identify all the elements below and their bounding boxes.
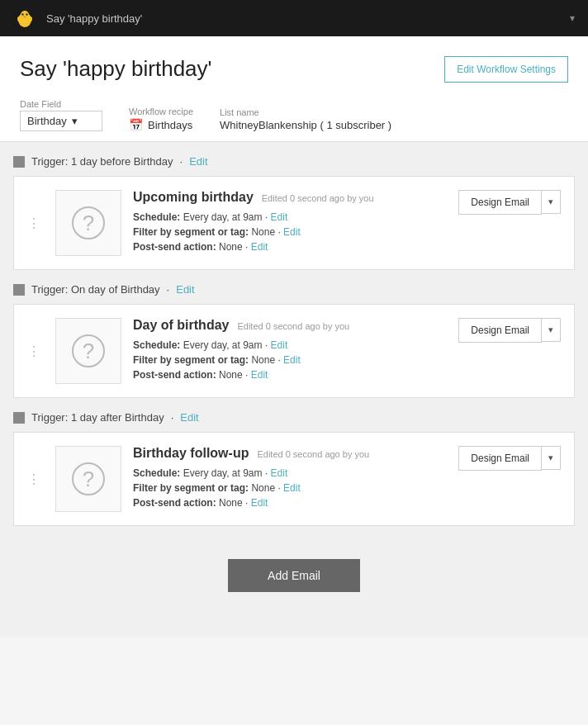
edit-workflow-settings-button[interactable]: Edit Workflow Settings	[444, 56, 568, 83]
filter-line-2-0: Filter by segment or tag: None · Edit	[133, 482, 447, 494]
trigger-text-2: Trigger: 1 day after Birthday	[31, 411, 164, 424]
workflow-body: Trigger: 1 day before Birthday · Edit ⋮ …	[0, 142, 588, 637]
schedule-label-0-0: Schedule:	[133, 211, 180, 223]
mailchimp-logo-icon	[13, 7, 36, 30]
workflow-recipe-name: Birthdays	[148, 119, 192, 131]
date-field-dropdown[interactable]: Birthday ▾	[20, 111, 102, 131]
top-bar-left: Say 'happy birthday'	[13, 7, 142, 30]
dropdown-chevron-icon: ▾	[72, 115, 78, 127]
list-name-value: WhitneyBlankenship ( 1 subscriber )	[220, 119, 391, 131]
email-title-0-0: Upcoming birthday	[133, 190, 254, 205]
svg-point-6	[29, 17, 32, 21]
email-details-2-0: Birthday follow-up Edited 0 second ago b…	[133, 446, 447, 512]
svg-point-2	[21, 13, 23, 15]
top-bar-title: Say 'happy birthday'	[46, 12, 142, 25]
schedule-line-0-0: Schedule: Every day, at 9am · Edit	[133, 211, 447, 223]
design-email-button-2-0[interactable]: Design Email	[458, 446, 542, 471]
design-email-dropdown-button-2-0[interactable]: ▾	[542, 446, 561, 470]
postsend-line-0-0: Post-send action: None · Edit	[133, 241, 447, 253]
schedule-line-1-0: Schedule: Every day, at 9am · Edit	[133, 339, 447, 351]
list-name-label: List name	[220, 107, 391, 117]
top-bar-dropdown-icon[interactable]: ▾	[570, 12, 575, 24]
postsend-line-1-0: Post-send action: None · Edit	[133, 369, 447, 381]
email-thumbnail-0-0: ?	[55, 190, 121, 256]
schedule-line-2-0: Schedule: Every day, at 9am · Edit	[133, 467, 447, 479]
schedule-dot-1-0: ·	[265, 339, 271, 351]
email-actions-1-0: Design Email ▾	[458, 318, 561, 384]
trigger-text-0: Trigger: 1 day before Birthday	[31, 155, 173, 168]
trigger-section-1: Trigger: On day of Birthday · Edit ⋮ ? D…	[13, 283, 575, 398]
email-edited-1-0: Edited 0 second ago by you	[237, 321, 349, 331]
page-header: Say 'happy birthday' Edit Workflow Setti…	[20, 56, 568, 83]
filter-label-2-0: Filter by segment or tag:	[133, 482, 249, 494]
schedule-edit-link-2-0[interactable]: Edit	[271, 467, 288, 479]
workflow-recipe-value: 📅 Birthdays	[129, 118, 193, 131]
email-edited-0-0: Edited 0 second ago by you	[262, 193, 374, 203]
trigger-section-0: Trigger: 1 day before Birthday · Edit ⋮ …	[13, 155, 575, 270]
email-actions-0-0: Design Email ▾	[458, 190, 561, 256]
email-thumbnail-1-0: ?	[55, 318, 121, 384]
schedule-edit-link-1-0[interactable]: Edit	[271, 339, 288, 351]
email-title-row-2-0: Birthday follow-up Edited 0 second ago b…	[133, 446, 447, 461]
postsend-edit-link-1-0[interactable]: Edit	[251, 369, 268, 381]
postsend-edit-link-0-0[interactable]: Edit	[251, 241, 268, 253]
design-email-button-0-0[interactable]: Design Email	[458, 190, 542, 215]
postsend-value-0-0: None	[219, 241, 243, 253]
email-title-2-0: Birthday follow-up	[133, 446, 249, 461]
postsend-dot-2-0: ·	[245, 497, 251, 509]
design-email-dropdown-button-0-0[interactable]: ▾	[542, 190, 561, 214]
schedule-edit-link-0-0[interactable]: Edit	[271, 211, 288, 223]
postsend-value-1-0: None	[219, 369, 243, 381]
email-card-2-0: ⋮ ? Birthday follow-up Edited 0 second a…	[13, 432, 575, 526]
trigger-label-0: Trigger: 1 day before Birthday · Edit	[13, 155, 575, 168]
trigger-indicator-2	[13, 412, 25, 424]
filter-edit-link-0-0[interactable]: Edit	[283, 226, 301, 238]
drag-handle-0-0[interactable]: ⋮	[27, 190, 44, 256]
date-field-selector: Date Field Birthday ▾	[20, 99, 102, 131]
filter-line-0-0: Filter by segment or tag: None · Edit	[133, 226, 447, 238]
filter-value-0-0: None	[251, 226, 275, 238]
trigger-indicator-1	[13, 284, 25, 296]
email-title-row-1-0: Day of birthday Edited 0 second ago by y…	[133, 318, 447, 333]
postsend-dot-0-0: ·	[245, 241, 251, 253]
filter-value-1-0: None	[251, 354, 275, 366]
email-actions-2-0: Design Email ▾	[458, 446, 561, 512]
filter-value-2-0: None	[251, 482, 275, 494]
schedule-value-0-0: Every day, at 9am	[183, 211, 263, 223]
schedule-dot-0-0: ·	[265, 211, 271, 223]
add-email-button[interactable]: Add Email	[228, 559, 360, 592]
postsend-label-2-0: Post-send action:	[133, 497, 216, 509]
postsend-label-0-0: Post-send action:	[133, 241, 216, 253]
trigger-edit-link-1[interactable]: Edit	[176, 283, 194, 296]
trigger-edit-link-2[interactable]: Edit	[180, 411, 198, 424]
trigger-label-1: Trigger: On day of Birthday · Edit	[13, 283, 575, 296]
email-details-1-0: Day of birthday Edited 0 second ago by y…	[133, 318, 447, 384]
schedule-value-2-0: Every day, at 9am	[183, 467, 263, 479]
question-mark-icon-0-0: ?	[72, 206, 105, 239]
date-field-value: Birthday	[27, 115, 67, 127]
filter-edit-link-2-0[interactable]: Edit	[283, 482, 301, 494]
postsend-line-2-0: Post-send action: None · Edit	[133, 497, 447, 509]
postsend-value-2-0: None	[219, 497, 243, 509]
postsend-dot-1-0: ·	[245, 369, 251, 381]
design-email-dropdown-button-1-0[interactable]: ▾	[542, 318, 561, 342]
question-mark-icon-1-0: ?	[72, 334, 105, 367]
filter-label-0-0: Filter by segment or tag:	[133, 226, 249, 238]
email-thumbnail-2-0: ?	[55, 446, 121, 512]
question-mark-icon-2-0: ?	[72, 462, 105, 495]
drag-handle-1-0[interactable]: ⋮	[27, 318, 44, 384]
schedule-label-1-0: Schedule:	[133, 339, 180, 351]
trigger-edit-link-0[interactable]: Edit	[189, 155, 207, 168]
drag-handle-2-0[interactable]: ⋮	[27, 446, 44, 512]
filter-edit-link-1-0[interactable]: Edit	[283, 354, 301, 366]
workflow-meta-row: Date Field Birthday ▾ Workflow recipe 📅 …	[20, 99, 568, 141]
trigger-text-1: Trigger: On day of Birthday	[31, 283, 160, 296]
postsend-edit-link-2-0[interactable]: Edit	[251, 497, 268, 509]
filter-label-1-0: Filter by segment or tag:	[133, 354, 249, 366]
svg-point-4	[23, 16, 26, 17]
filter-line-1-0: Filter by segment or tag: None · Edit	[133, 354, 447, 366]
email-card-0-0: ⋮ ? Upcoming birthday Edited 0 second ag…	[13, 176, 575, 270]
page-header-section: Say 'happy birthday' Edit Workflow Setti…	[0, 36, 588, 142]
design-email-button-1-0[interactable]: Design Email	[458, 318, 542, 343]
email-title-1-0: Day of birthday	[133, 318, 229, 333]
